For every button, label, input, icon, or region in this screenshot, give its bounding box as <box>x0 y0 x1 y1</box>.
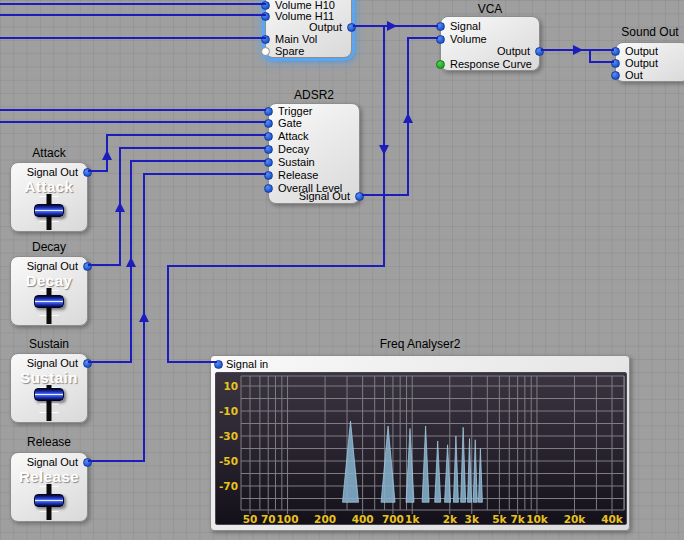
wire-arrow <box>403 113 413 123</box>
spectrum-peak <box>406 429 414 503</box>
module-mixer[interactable]: Volume H10 Volume H11 Output Main Vol Sp… <box>265 0 352 58</box>
sustain-slider[interactable] <box>34 385 64 421</box>
slider-caption: Sustain <box>11 369 87 386</box>
port-dot[interactable] <box>611 47 620 56</box>
axis-label: 400 <box>352 513 374 525</box>
wire[interactable] <box>88 148 266 265</box>
slider-caption: Decay <box>11 272 87 289</box>
port-dot[interactable] <box>261 47 270 56</box>
release-slider[interactable] <box>34 484 64 520</box>
port-sustain: Sustain <box>269 156 359 168</box>
module-release-slider[interactable]: Signal Out Release <box>10 452 88 522</box>
module-vca[interactable]: Signal Volume Output Response Curve <box>440 16 540 71</box>
port-label: Signal <box>450 20 481 32</box>
patch-canvas[interactable]: Volume H10 Volume H11 Output Main Vol Sp… <box>0 0 684 540</box>
port-dot[interactable] <box>261 12 270 21</box>
axis-label: 200 <box>314 513 336 525</box>
module-sound-out[interactable]: Output Output Out <box>615 42 684 82</box>
port-label: Signal Out <box>27 357 78 369</box>
port-dot[interactable] <box>611 71 620 80</box>
port-dot[interactable] <box>264 132 273 141</box>
port-label: Gate <box>278 117 302 129</box>
port-dot[interactable] <box>264 107 273 116</box>
wire[interactable] <box>88 135 266 171</box>
wire[interactable] <box>88 161 266 362</box>
spectrum-peak <box>473 440 477 503</box>
port-dot[interactable] <box>214 360 223 369</box>
port-dot[interactable] <box>83 168 92 177</box>
axis-label: 100 <box>277 513 299 525</box>
spectrum-peak <box>453 436 458 502</box>
decay-slider[interactable] <box>34 288 64 324</box>
module-adsr2[interactable]: Trigger Gate Attack Decay Sustain Releas… <box>268 103 360 204</box>
port-dot[interactable] <box>355 192 364 201</box>
port-signal-out: Signal Out <box>11 456 87 468</box>
port-label: Signal Out <box>27 260 78 272</box>
port-response-curve: Response Curve <box>441 58 539 70</box>
module-freq-analyser[interactable]: Signal in 10-10-30-50-705070100200400700… <box>210 355 630 531</box>
port-label: Signal Out <box>299 190 350 202</box>
port-label: Signal Out <box>27 166 78 178</box>
port-output: Output <box>266 21 351 33</box>
port-dot[interactable] <box>264 119 273 128</box>
spectrum-peak <box>422 426 429 502</box>
port-label: Release <box>278 169 318 181</box>
port-label: Output <box>625 57 658 69</box>
axis-label: -30 <box>219 430 238 442</box>
slider-handle[interactable] <box>34 388 64 401</box>
port-dot[interactable] <box>261 35 270 44</box>
port-signal-out: Signal Out <box>269 190 359 202</box>
port-label: Decay <box>278 143 309 155</box>
spectrum-peak <box>343 421 359 502</box>
port-signal-out: Signal Out <box>11 357 87 369</box>
attack-slider[interactable] <box>34 194 64 230</box>
slider-handle[interactable] <box>34 494 64 507</box>
port-dot[interactable] <box>264 145 273 154</box>
module-attack-slider[interactable]: Signal Out Attack <box>10 162 88 232</box>
port-dot[interactable] <box>264 171 273 180</box>
port-label: Spare <box>275 45 304 57</box>
wire[interactable] <box>362 38 438 195</box>
adsr2-title: ADSR2 <box>268 89 360 102</box>
spectrum-display: 10-10-30-50-7050701002004007001k2k3k5k7k… <box>215 372 627 525</box>
wire-arrow <box>115 202 125 212</box>
port-dot[interactable] <box>535 47 544 56</box>
port-dot[interactable] <box>83 262 92 271</box>
sound-out-title: Sound Out <box>605 26 684 39</box>
module-sustain-slider[interactable]: Signal Out Sustain <box>10 353 88 423</box>
port-dot[interactable] <box>83 359 92 368</box>
port-dot[interactable] <box>261 1 270 10</box>
port-signal-out: Signal Out <box>11 166 87 178</box>
port-dot[interactable] <box>611 59 620 68</box>
sustain-title: Sustain <box>10 338 88 351</box>
axis-label: 10 <box>223 380 238 392</box>
axis-label: 20k <box>564 513 587 525</box>
port-dot[interactable] <box>264 158 273 167</box>
wire-arrow <box>102 150 112 160</box>
axis-label: 40k <box>601 513 624 525</box>
port-signal: Signal <box>441 20 539 32</box>
port-main-vol: Main Vol <box>266 33 351 45</box>
port-dot[interactable] <box>436 35 445 44</box>
axis-label: 1k <box>405 513 420 525</box>
release-title: Release <box>10 436 88 449</box>
axis-label: 3k <box>465 513 480 525</box>
port-label: Out <box>625 69 643 81</box>
slider-handle[interactable] <box>34 204 64 217</box>
attack-title: Attack <box>10 147 88 160</box>
port-dot[interactable] <box>347 23 356 32</box>
module-decay-slider[interactable]: Signal Out Decay <box>10 256 88 326</box>
wire-arrow <box>139 312 149 322</box>
spectrum-peak <box>435 441 441 502</box>
freq-analyser-title: Freq Analyser2 <box>210 338 630 351</box>
vca-title: VCA <box>440 3 540 16</box>
port-dot[interactable] <box>264 184 273 193</box>
slider-handle[interactable] <box>34 295 64 308</box>
slider-caption: Release <box>11 468 87 485</box>
port-dot[interactable] <box>83 458 92 467</box>
port-volume: Volume <box>441 33 539 45</box>
spectrum-peak <box>461 427 466 502</box>
port-dot[interactable] <box>436 22 445 31</box>
port-label: Signal Out <box>27 456 78 468</box>
port-dot[interactable] <box>436 60 445 69</box>
